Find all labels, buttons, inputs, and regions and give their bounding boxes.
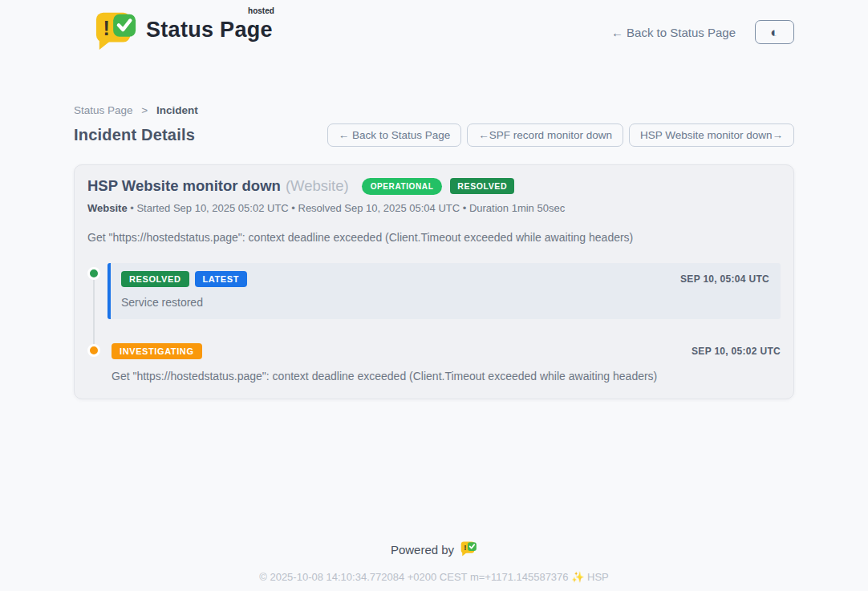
brand-logo[interactable]: ! Status Page hosted: [74, 10, 273, 55]
header-right: ← Back to Status Page ◐: [611, 20, 794, 44]
brand-text: Status Page hosted: [146, 10, 273, 43]
incident-component-label: (Website): [286, 177, 349, 195]
powered-by-link[interactable]: Powered by !: [391, 540, 477, 559]
timeline-dot-green-icon: [87, 267, 100, 280]
next-incident-button[interactable]: HSP Website monitor down→: [629, 123, 794, 147]
timeline-timestamp: SEP 10, 05:04 UTC: [680, 273, 769, 285]
half-circle-contrast-icon: ◐: [770, 26, 778, 39]
status-page-logo-icon: !: [95, 10, 138, 55]
timeline-dot-orange-icon: [87, 344, 100, 357]
page-title: Incident Details: [74, 126, 195, 144]
incident-card: HSP Website monitor down (Website) OPERA…: [74, 164, 794, 399]
header: ! Status Page hosted ← Back to Status Pa…: [74, 0, 794, 55]
incident-nav-buttons: ← Back to Status Page ←SPF record monito…: [327, 123, 794, 147]
timeline-entry-head: INVESTIGATING SEP 10, 05:02 UTC: [112, 343, 781, 359]
status-page-mini-logo-icon: !: [460, 540, 477, 559]
page-container: ! Status Page hosted ← Back to Status Pa…: [74, 0, 794, 583]
incident-title: HSP Website monitor down: [87, 177, 281, 195]
incident-description: Get "https://hostedstatus.page": context…: [87, 231, 781, 244]
timeline-entry-content: INVESTIGATING SEP 10, 05:02 UTC Get "htt…: [112, 343, 781, 383]
title-row: Incident Details ← Back to Status Page ←…: [74, 123, 794, 147]
breadcrumb-status-page[interactable]: Status Page: [74, 104, 133, 116]
resolved-badge: RESOLVED: [121, 271, 189, 287]
incident-meta: Website • Started Sep 10, 2025 05:02 UTC…: [87, 202, 781, 214]
timeline-timestamp: SEP 10, 05:02 UTC: [692, 346, 781, 357]
incident-meta-times: • Started Sep 10, 2025 05:02 UTC • Resol…: [128, 202, 566, 214]
timeline-entry-investigating: INVESTIGATING SEP 10, 05:02 UTC Get "htt…: [87, 343, 781, 383]
brand-hosted-label: hosted: [248, 6, 274, 15]
timeline-entry-box: RESOLVED LATEST SEP 10, 05:04 UTC Servic…: [107, 263, 781, 319]
footer: Powered by ! © 2025-10-08 14:10:34.77208…: [74, 540, 794, 583]
previous-incident-button[interactable]: ←SPF record monitor down: [467, 123, 623, 147]
resolved-status-badge: RESOLVED: [450, 178, 514, 194]
breadcrumb-incident: Incident: [156, 104, 198, 116]
latest-badge: LATEST: [195, 271, 248, 287]
svg-text:!: !: [464, 543, 466, 552]
breadcrumb: Status Page > Incident: [74, 104, 794, 116]
breadcrumb-separator: >: [141, 104, 148, 116]
theme-toggle-button[interactable]: ◐: [755, 20, 794, 44]
timeline-message: Get "https://hostedstatus.page": context…: [112, 370, 781, 383]
investigating-badge: INVESTIGATING: [112, 343, 202, 359]
timeline-message: Service restored: [121, 296, 769, 309]
header-back-to-status-page-link[interactable]: ← Back to Status Page: [611, 26, 736, 39]
svg-text:!: !: [103, 17, 110, 39]
timeline-entry-resolved: RESOLVED LATEST SEP 10, 05:04 UTC Servic…: [87, 263, 781, 319]
incident-meta-component: Website: [87, 202, 128, 214]
operational-status-badge: OPERATIONAL: [362, 178, 443, 195]
incident-timeline: RESOLVED LATEST SEP 10, 05:04 UTC Servic…: [87, 263, 781, 383]
timeline-entry-head: RESOLVED LATEST SEP 10, 05:04 UTC: [121, 271, 769, 287]
back-to-status-page-button[interactable]: ← Back to Status Page: [327, 123, 462, 147]
powered-by-label: Powered by: [391, 543, 454, 557]
copyright-text: © 2025-10-08 14:10:34.772084 +0200 CEST …: [74, 571, 794, 583]
incident-title-row: HSP Website monitor down (Website) OPERA…: [87, 177, 781, 195]
brand-name: Status Page: [146, 18, 273, 42]
